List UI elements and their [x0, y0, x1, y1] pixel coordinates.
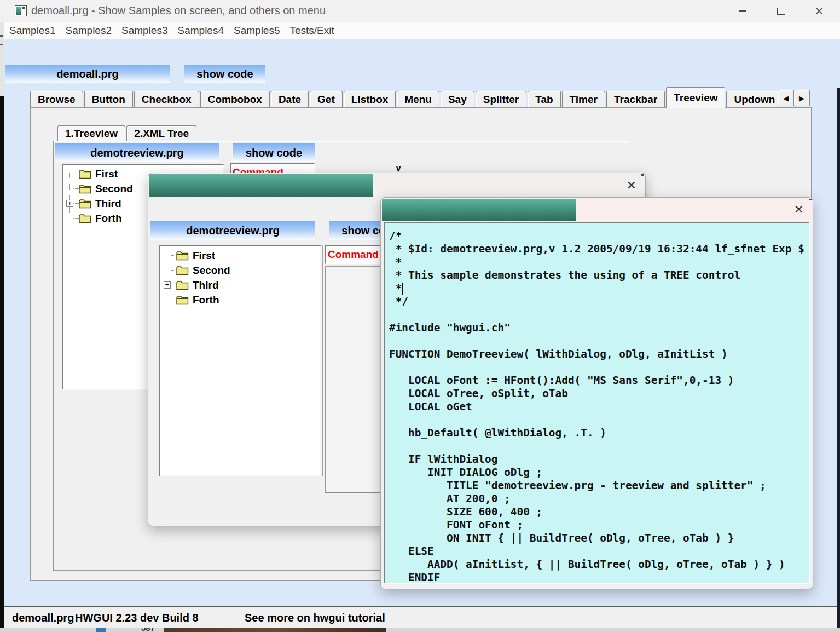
minimize-icon — [739, 10, 746, 12]
tab[interactable]: Browse — [30, 91, 83, 108]
tab[interactable]: Updown — [726, 91, 778, 108]
menu-item[interactable]: Samples5 — [229, 25, 285, 37]
menubar: Samples1Samples2Samples3Samples4Samples5… — [0, 22, 840, 39]
tab[interactable]: Button — [84, 91, 133, 108]
close-button[interactable]: ✕ — [807, 0, 832, 22]
background-fragment-text: 587 — [141, 628, 155, 632]
tree-item-label: Third — [95, 198, 121, 210]
code-line: * $Id: demotreeview.prg,v 1.2 2005/09/19… — [389, 243, 804, 256]
code-line: AADD( aInitList, { || BuildTree( oDlg, o… — [389, 558, 804, 571]
subtab[interactable]: 1.Treeview — [57, 125, 125, 141]
tree-item[interactable]: Second — [160, 263, 320, 278]
tab[interactable]: Splitter — [476, 91, 526, 108]
main-titlebar[interactable]: demoall.prg - Show Samples on screen, an… — [0, 0, 840, 22]
tab[interactable]: Timer — [562, 91, 605, 108]
command-label: Command — [325, 245, 381, 264]
treeview-page-show-code-button[interactable]: show code — [233, 143, 315, 162]
show-code-button[interactable]: show code — [184, 65, 265, 83]
menu-item[interactable]: Samples4 — [173, 25, 229, 37]
menu-item[interactable]: Tests/Exit — [285, 25, 339, 37]
folder-icon — [176, 280, 189, 290]
tree-connector — [171, 300, 176, 300]
screen: demoall.prg - Show Samples on screen, an… — [0, 0, 840, 632]
tree-connector — [73, 188, 79, 189]
code-line — [389, 308, 804, 321]
folder-icon — [79, 214, 91, 223]
statusbar: demoall.prg HWGUI 2.23 dev Build 8 See m… — [0, 606, 840, 628]
treeview-dialog[interactable]: First Second + — [159, 245, 321, 476]
chevron-down-icon: ∨ — [395, 163, 402, 174]
tab[interactable]: Checkbox — [134, 91, 199, 108]
tree-item[interactable]: + Third — [160, 278, 320, 292]
tree-item-label: Forth — [95, 212, 122, 225]
folder-icon — [79, 184, 91, 194]
app-icon — [390, 204, 402, 215]
tree-item[interactable]: First — [160, 248, 320, 263]
tree-item-label: Second — [95, 183, 133, 195]
expand-icon[interactable]: + — [164, 281, 171, 289]
scroll-left-icon: ◀ — [783, 94, 789, 102]
tab[interactable]: Menu — [397, 91, 439, 108]
maximize-icon — [777, 8, 785, 15]
code-line — [389, 413, 804, 427]
subtab-strip: 1.Treeview2.XML Tree — [57, 122, 386, 141]
tree-item[interactable]: Forth — [160, 292, 320, 307]
subtab[interactable]: 2.XML Tree — [126, 125, 196, 141]
code-line: hb_Default( @lWithDialog, .T. ) — [389, 427, 804, 440]
code-line: IF lWithDialog — [389, 453, 804, 466]
tab[interactable]: Combobox — [200, 91, 270, 108]
command-list-panel[interactable] — [325, 266, 383, 493]
expand-icon[interactable]: + — [66, 200, 73, 207]
code-line: TITLE "demotreeview.prg - treeview and s… — [389, 479, 804, 492]
maximize-button[interactable] — [768, 0, 793, 22]
background-fragment — [164, 628, 386, 632]
tab[interactable]: Get — [310, 91, 343, 108]
splitter-handle[interactable] — [322, 245, 323, 476]
minimize-button[interactable] — [730, 0, 755, 22]
menu-item[interactable]: Samples1 — [4, 25, 61, 37]
folder-icon — [176, 295, 189, 305]
tree-connector — [73, 218, 79, 219]
tab[interactable]: Listbox — [344, 91, 396, 108]
code-line: FUNCTION DemoTreeview( lWithDialog, oDlg… — [389, 348, 804, 361]
background-app-bottom: 587 — [0, 628, 840, 632]
main-header-label: demoall.prg — [5, 65, 170, 83]
background-fragment — [96, 628, 106, 632]
tab-scroll-left-button[interactable]: ◀ — [778, 90, 794, 106]
code-line: */ — [389, 295, 804, 308]
tree-connector — [73, 203, 79, 204]
dialog-splitter-titlebar[interactable]: demotreeview.prg - treeview and splitter… — [148, 173, 645, 198]
code-line: SIZE 600, 400 ; — [389, 505, 804, 519]
status-tutorial-note: See more on hwgui tutorial — [245, 612, 385, 624]
dialog-code: demotreeview.prg ✕ /* * $Id: demotreevie… — [380, 197, 813, 589]
dialog-code-titlebar[interactable]: demotreeview.prg ✕ — [381, 198, 813, 222]
code-line: * This sample demonstrates the using of … — [389, 269, 804, 282]
folder-icon — [79, 199, 91, 209]
code-editor[interactable]: /* * $Id: demotreeview.prg,v 1.2 2005/09… — [384, 222, 810, 584]
close-icon[interactable]: ✕ — [794, 204, 804, 216]
menu-item[interactable]: Samples3 — [117, 25, 173, 37]
tab-scroll-right-button[interactable]: ▶ — [793, 90, 810, 106]
window-title: demoall.prg - Show Samples on screen, an… — [31, 4, 326, 17]
code-line: LOCAL oGet — [389, 400, 804, 413]
scroll-right-icon: ▶ — [799, 94, 804, 102]
code-line — [389, 361, 804, 374]
tree-connector — [171, 285, 176, 285]
app-icon — [157, 180, 169, 191]
background-fragment — [0, 44, 3, 45]
tab[interactable]: Say — [441, 91, 474, 108]
tab[interactable]: Treeview — [666, 87, 725, 108]
tab[interactable]: Tab — [528, 91, 560, 108]
treeview-page-header-label: demotreeview.prg — [55, 143, 219, 162]
tree-item-label: Forth — [193, 294, 219, 306]
code-line — [389, 335, 804, 348]
app-icon — [15, 5, 27, 16]
tab[interactable]: Date — [271, 91, 309, 108]
close-icon[interactable]: ✕ — [627, 180, 636, 192]
code-line: AT 200,0 ; — [389, 492, 804, 505]
tree-item-label: Third — [193, 279, 219, 291]
tab[interactable]: Trackbar — [606, 91, 665, 108]
tree-connector — [171, 270, 176, 271]
tree-connector — [73, 174, 79, 174]
menu-item[interactable]: Samples2 — [61, 25, 117, 37]
